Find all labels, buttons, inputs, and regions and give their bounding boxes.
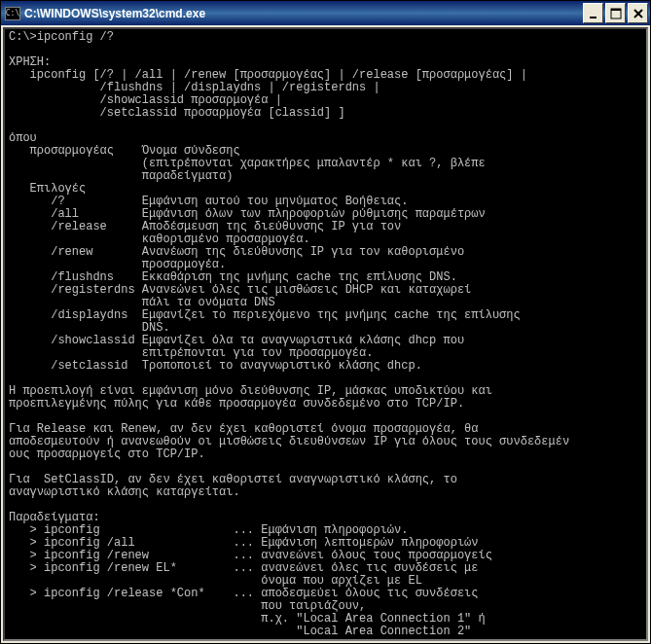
console-line: επιτρέπονται για τον προσαρμογέα. bbox=[9, 346, 373, 360]
console-line: /flushdns Εκκαθάριση της μνήμης cache τη… bbox=[9, 270, 457, 284]
titlebar[interactable]: C:\ C:\WINDOWS\system32\cmd.exe bbox=[1, 1, 650, 25]
window-controls bbox=[583, 3, 648, 23]
console-line: > ipconfig /release *Con* ... αποδεσμεύε… bbox=[9, 587, 478, 600]
console-line: /showclassid προσαρμογέα | bbox=[9, 93, 282, 107]
console-line: /registerdns Ανανεώνει όλες τις μισθώσει… bbox=[9, 283, 471, 297]
console-line: καθορισμένο προσαρμογέα. bbox=[9, 233, 310, 246]
console-line: > ipconfig /renew EL* ... ανανεώνει όλες… bbox=[9, 561, 478, 575]
console-line: παραδείγματα) bbox=[9, 169, 233, 183]
console-line: Για Release και Renew, αν δεν έχει καθορ… bbox=[9, 422, 478, 436]
console-line: > ipconfig /renew ... ανανεώνει όλους το… bbox=[9, 549, 492, 562]
console-line: /setclassid προσαρμογέα [classid] ] bbox=[9, 106, 345, 120]
console-line: C:\>ipconfig /? bbox=[9, 30, 114, 44]
console-output[interactable]: C:\>ipconfig /? ΧΡΗΣΗ: ipconfig [/? | /a… bbox=[3, 27, 648, 641]
cmd-icon: C:\ bbox=[5, 7, 20, 20]
console-line: αναγνωριστικό κλάσης καταργείται. bbox=[9, 485, 240, 499]
console-line: (επιτρέπονται χαρακτήρες μπαλαντέρ * και… bbox=[9, 157, 486, 170]
console-line: > ipconfig ... Εμφάνιση πληροφοριών. bbox=[9, 523, 408, 537]
console-line: πάλι τα ονόματα DNS bbox=[9, 296, 275, 309]
console-line: προεπιλεγμένης πύλης για κάθε προσαρμογέ… bbox=[9, 397, 464, 411]
console-line: ΧΡΗΣΗ: bbox=[9, 55, 51, 69]
console-line: όπου bbox=[9, 131, 37, 145]
console-line: "Local Area Connection 2" bbox=[9, 625, 471, 638]
console-line: προσαρμογέα. bbox=[9, 258, 226, 271]
console-line: Παραδείγματα: bbox=[9, 511, 100, 524]
console-line: π.χ. "Local Area Connection 1" ή bbox=[9, 612, 486, 626]
console-line: ους προσαρμογείς στο TCP/IP. bbox=[9, 447, 205, 461]
console-line: ipconfig [/? | /all | /renew [προσαρμογέ… bbox=[9, 68, 527, 82]
svg-rect-2 bbox=[611, 9, 621, 11]
console-line: /flushdns | /displaydns | /registerdns | bbox=[9, 81, 380, 94]
console-line: /showclassid Εμφανίζει όλα τα αναγνωριστ… bbox=[9, 334, 464, 347]
console-line: όνομα που αρχίζει με EL bbox=[9, 574, 422, 588]
console-line: /? Εμφάνιση αυτού του μηνύματος Βοήθειας… bbox=[9, 195, 408, 208]
minimize-button[interactable] bbox=[583, 3, 603, 23]
console-line: Για SetClassID, αν δεν έχει καθοριστεί α… bbox=[9, 473, 457, 486]
svg-rect-0 bbox=[590, 17, 597, 18]
console-line: Επιλογές bbox=[9, 182, 86, 196]
window-title: C:\WINDOWS\system32\cmd.exe bbox=[24, 7, 583, 20]
console-line: /setclassid Τροποποιεί το αναγνωριστικό … bbox=[9, 359, 422, 373]
maximize-button[interactable] bbox=[605, 3, 626, 23]
console-line: /renew Ανανέωση της διεύθυνσης IP για το… bbox=[9, 245, 464, 259]
console-line: /all Εμφάνιση όλων των πληροφοριών ρύθμι… bbox=[9, 207, 486, 221]
console-line: > ipconfig /all ... Εμφάνιση λεπτομερών … bbox=[9, 536, 478, 550]
close-button[interactable] bbox=[628, 3, 648, 23]
console-line: Η προεπιλογή είναι εμφάνιση μόνο διεύθυν… bbox=[9, 384, 492, 398]
console-line: DNS. bbox=[9, 321, 170, 335]
console-line: που ταιριάζουν, bbox=[9, 599, 366, 613]
console-line: /displaydns Εμφανίζει το περιεχόμενο της… bbox=[9, 308, 521, 322]
console-line: αποδεσμευτούν ή ανανεωθούν οι μισθώσεις … bbox=[9, 435, 569, 448]
console-line: προσαρμογέας Όνομα σύνδεσης bbox=[9, 144, 240, 158]
console-line: /release Αποδέσμευση της διεύθυνσης IP γ… bbox=[9, 220, 401, 233]
cmd-window: C:\ C:\WINDOWS\system32\cmd.exe C:\>ipco… bbox=[0, 0, 651, 644]
